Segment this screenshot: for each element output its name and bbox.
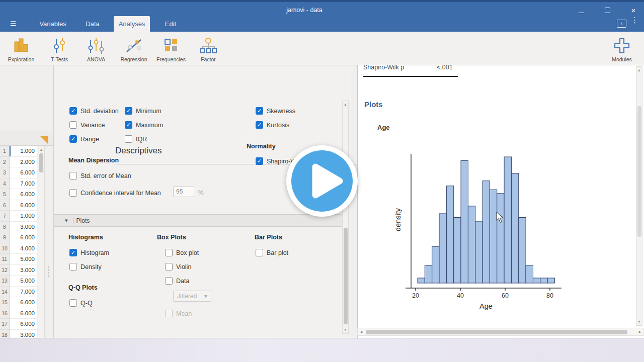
scroll-up-icon[interactable]: ▲ xyxy=(343,102,348,108)
checkbox-std-error-mean[interactable]: Std. error of Mean xyxy=(69,172,131,179)
row-number[interactable]: 10 xyxy=(0,243,10,254)
checkbox-data[interactable]: Data xyxy=(165,277,189,285)
checkbox-icon[interactable] xyxy=(256,121,263,129)
results-panel-toggle-icon[interactable]: ‹ xyxy=(617,20,626,28)
checkbox-icon[interactable] xyxy=(69,299,77,307)
confidence-interval-input[interactable]: 95 xyxy=(173,187,194,197)
checkbox-icon[interactable] xyxy=(256,107,263,115)
checkbox-icon[interactable] xyxy=(125,135,132,143)
checkbox-icon[interactable] xyxy=(165,263,173,270)
filter-corner-icon[interactable] xyxy=(40,136,48,144)
kebab-menu-icon[interactable]: ⋮ xyxy=(631,18,636,22)
maximize-button[interactable] xyxy=(600,6,615,15)
sheet-cell[interactable]: 3.000 xyxy=(10,222,37,233)
ribbon-frequencies-button[interactable]: Frequencies xyxy=(153,35,189,62)
checkbox-violin[interactable]: Violin xyxy=(165,263,191,270)
checkbox-icon[interactable] xyxy=(69,263,77,270)
checkbox-confidence-interval[interactable]: Confidence interval for Mean xyxy=(69,189,161,197)
sheet-vertical-scrollbar[interactable]: ▲ ▼ xyxy=(38,146,45,362)
scroll-down-icon[interactable]: ▼ xyxy=(343,327,348,333)
results-vertical-scrollbar[interactable]: ▲ ▼ xyxy=(636,66,642,326)
ribbon-factor-button[interactable]: Factor xyxy=(190,35,226,62)
row-number[interactable]: 8 xyxy=(0,222,10,233)
row-number[interactable]: 13 xyxy=(0,276,10,287)
row-number[interactable]: 11 xyxy=(0,254,10,265)
row-number[interactable]: 6 xyxy=(0,200,10,211)
checkbox-skewness[interactable]: Skewness xyxy=(256,107,295,115)
checkbox-icon[interactable] xyxy=(165,277,173,285)
ribbon-t-tests-button[interactable]: T-Tests xyxy=(41,35,77,62)
sheet-cell[interactable]: 5.000 xyxy=(10,276,37,287)
sheet-cell[interactable]: 1.000 xyxy=(10,146,37,157)
scroll-right-icon[interactable]: ► xyxy=(638,330,642,335)
scroll-thumb[interactable] xyxy=(39,153,43,172)
row-number[interactable]: 16 xyxy=(0,308,10,319)
checkbox-icon[interactable] xyxy=(69,189,77,197)
checkbox-icon[interactable] xyxy=(69,107,77,115)
checkbox-variance[interactable]: Variance xyxy=(69,121,105,129)
checkbox-density[interactable]: Density xyxy=(69,263,102,270)
tab-variables[interactable]: Variables xyxy=(36,16,69,32)
row-number[interactable]: 12 xyxy=(0,265,10,276)
row-number[interactable]: 5 xyxy=(0,189,10,200)
checkbox-icon[interactable] xyxy=(256,157,263,165)
checkbox-range[interactable]: Range xyxy=(69,135,99,143)
sheet-cell[interactable]: 6.000 xyxy=(10,232,37,243)
checkbox-icon[interactable] xyxy=(125,121,132,129)
scroll-thumb[interactable] xyxy=(344,228,348,324)
ribbon-modules-button[interactable]: Modules xyxy=(604,35,640,62)
tab-data[interactable]: Data xyxy=(78,16,107,32)
jittered-dropdown[interactable]: Jittered ▾ xyxy=(173,291,211,302)
close-button[interactable]: × xyxy=(626,6,641,15)
row-number[interactable]: 9 xyxy=(0,232,10,243)
checkbox-icon[interactable] xyxy=(256,249,263,256)
video-play-button[interactable] xyxy=(284,143,360,219)
checkbox-icon[interactable] xyxy=(165,310,173,317)
checkbox-minimum[interactable]: Minimum xyxy=(125,107,162,115)
checkbox-box-plot[interactable]: Box plot xyxy=(165,249,199,256)
scroll-up-icon[interactable]: ▲ xyxy=(636,67,642,73)
sheet-cell[interactable]: 5.000 xyxy=(10,254,37,265)
sheet-cell[interactable]: 6.000 xyxy=(10,308,37,319)
scroll-thumb[interactable] xyxy=(637,106,641,237)
scroll-left-icon[interactable]: ◄ xyxy=(359,330,363,335)
tab-edit[interactable]: Edit xyxy=(158,16,183,32)
sheet-cell[interactable]: 7.000 xyxy=(10,178,37,190)
sheet-cell[interactable]: 6.000 xyxy=(10,319,37,330)
checkbox-icon[interactable] xyxy=(125,107,132,115)
row-number[interactable]: 4 xyxy=(0,178,10,190)
sheet-cell[interactable]: 6.000 xyxy=(10,189,37,200)
tab-analyses[interactable]: Analyses xyxy=(114,16,150,32)
sheet-cell[interactable]: 3.000 xyxy=(10,265,37,276)
checkbox-icon[interactable] xyxy=(69,249,77,256)
ribbon-exploration-button[interactable]: Exploration xyxy=(3,35,39,62)
checkbox-icon[interactable] xyxy=(165,249,173,256)
scroll-thumb[interactable] xyxy=(366,330,627,334)
row-number[interactable]: 3 xyxy=(0,167,10,178)
sheet-cell[interactable]: 6.000 xyxy=(10,200,37,211)
hamburger-menu-icon[interactable]: ≡ xyxy=(10,18,16,30)
checkbox-histogram[interactable]: Histogram xyxy=(69,249,109,256)
row-number[interactable]: 2 xyxy=(0,157,10,168)
ribbon-anova-button[interactable]: ANOVA xyxy=(78,35,114,62)
sheet-cell[interactable]: 7.000 xyxy=(10,287,37,298)
checkbox-icon[interactable] xyxy=(69,135,77,143)
checkbox-bar-plot[interactable]: Bar plot xyxy=(256,249,288,256)
row-number[interactable]: 15 xyxy=(0,297,10,308)
checkbox-std-deviation[interactable]: Std. deviation xyxy=(69,107,119,115)
sheet-cell[interactable]: 6.000 xyxy=(10,167,37,178)
row-number[interactable]: 7 xyxy=(0,211,10,222)
sheet-cell[interactable]: 1.000 xyxy=(10,211,37,222)
checkbox-mean-disabled[interactable]: Mean xyxy=(165,310,192,317)
row-number[interactable]: 1 xyxy=(0,146,10,157)
sheet-cell[interactable]: 4.000 xyxy=(10,243,37,254)
checkbox-maximum[interactable]: Maximum xyxy=(125,121,163,129)
checkbox-kurtosis[interactable]: Kurtosis xyxy=(256,121,289,129)
row-number[interactable]: 17 xyxy=(0,319,10,330)
panel-splitter-handle[interactable] xyxy=(48,265,50,279)
checkbox-icon[interactable] xyxy=(69,172,77,179)
results-horizontal-scrollbar[interactable]: ◄ ► xyxy=(357,328,644,336)
checkbox-qq[interactable]: Q-Q xyxy=(69,299,93,307)
ribbon-regression-button[interactable]: Regression xyxy=(116,35,152,62)
checkbox-iqr[interactable]: IQR xyxy=(125,135,147,143)
